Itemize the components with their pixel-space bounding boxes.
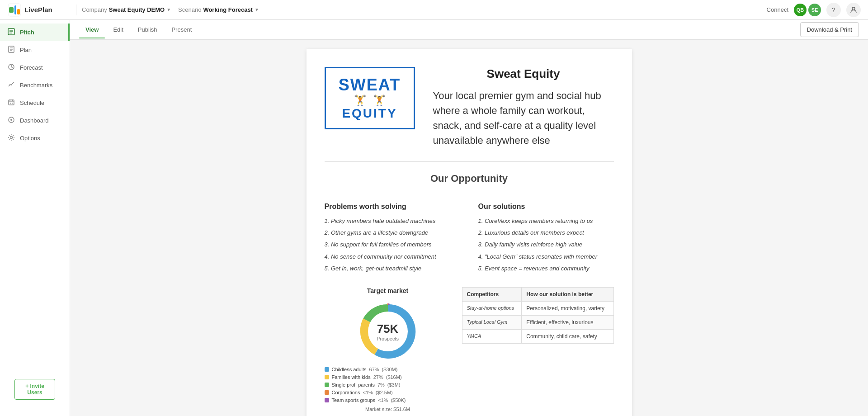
problem-1: 1. Picky members hate outdated machines: [325, 217, 460, 225]
sidebar-item-pitch[interactable]: Pitch: [0, 24, 70, 41]
competitor-solution-0: Personalized, motivating, variety: [522, 301, 613, 315]
plan-icon: [7, 46, 15, 54]
sidebar-item-plan[interactable]: Plan: [0, 41, 70, 59]
svg-rect-22: [12, 103, 13, 104]
company-selector[interactable]: Company Sweat Equity DEMO ▼: [82, 6, 171, 13]
user-profile-button[interactable]: [846, 3, 861, 17]
svg-rect-21: [10, 103, 11, 104]
forecast-icon: [7, 63, 15, 72]
sidebar-item-pitch-label: Pitch: [20, 29, 34, 36]
svg-point-5: [852, 7, 855, 10]
pitch-container: SWEAT 🏋 🏋 EQUITY Sweat Equity Your local…: [307, 49, 632, 416]
opportunity-heading: Our Opportunity: [307, 162, 632, 194]
quickbooks-avatar[interactable]: QB: [794, 4, 807, 16]
scenario-chevron-icon: ▼: [255, 7, 259, 12]
user-avatar[interactable]: SE: [808, 4, 821, 16]
legend-item-3: Corporations <1% ($2.5M): [325, 390, 451, 395]
legend-item-0: Childless adults 67% ($30M): [325, 367, 451, 372]
scenario-label: Scenario: [178, 6, 201, 13]
market-legend: Childless adults 67% ($30M) Families wit…: [325, 367, 451, 403]
competitors-table: Competitors How our solution is better S…: [462, 287, 614, 344]
company-tagline: Your local premier gym and social hub wh…: [433, 88, 614, 148]
solution-3: 3. Daily family visits reinforce high va…: [478, 241, 614, 249]
sweat-text: SWEAT: [339, 76, 401, 95]
sidebar: Pitch Plan Forecast Benchm: [0, 20, 70, 416]
scenario-selector[interactable]: Scenario Working Forecast ▼: [178, 6, 259, 13]
market-chart-area: Target market: [325, 287, 451, 412]
competitor-name-2: YMCA: [462, 329, 522, 343]
target-market-title: Target market: [325, 287, 451, 294]
svg-rect-3: [14, 5, 16, 14]
sidebar-item-schedule-label: Schedule: [20, 99, 44, 106]
legend-label-2: Single prof. parents: [332, 382, 375, 388]
legend-dot-4: [325, 398, 329, 402]
market-competitors-section: Target market: [325, 287, 614, 412]
legend-dot-2: [325, 383, 329, 387]
app-logo[interactable]: LivePlan: [7, 3, 71, 17]
svg-line-16: [11, 67, 13, 68]
solutions-title: Our solutions: [478, 203, 614, 211]
sidebar-item-plan-label: Plan: [20, 47, 32, 53]
svg-point-25: [10, 137, 13, 139]
sidebar-item-forecast[interactable]: Forecast: [0, 59, 70, 76]
svg-rect-4: [17, 9, 20, 14]
sidebar-item-options[interactable]: Options: [0, 129, 70, 147]
svg-point-24: [10, 119, 12, 121]
sidebar-item-benchmarks[interactable]: Benchmarks: [0, 76, 70, 94]
sidebar-item-dashboard-label: Dashboard: [20, 117, 49, 124]
hero-section: SWEAT 🏋 🏋 EQUITY Sweat Equity Your local…: [307, 49, 632, 161]
legend-amount-0: ($30M): [382, 367, 398, 372]
market-size-label: Market size: $51.6M: [325, 407, 451, 412]
legend-dot-0: [325, 367, 329, 372]
connect-label: Connect: [767, 6, 788, 13]
legend-amount-2: ($3M): [387, 382, 401, 388]
main-content: SWEAT 🏋 🏋 EQUITY Sweat Equity Your local…: [70, 40, 868, 416]
download-print-button[interactable]: Download & Print: [800, 22, 859, 37]
nav-right-area: Connect QB SE ?: [767, 3, 861, 17]
legend-pct-3: <1%: [363, 390, 373, 395]
pie-number: 75K: [377, 321, 399, 336]
svg-rect-17: [9, 100, 14, 105]
pie-sub-label: Prospects: [377, 336, 399, 341]
legend-pct-4: <1%: [378, 397, 388, 403]
sweat-equity-logo: SWEAT 🏋 🏋 EQUITY: [325, 67, 415, 129]
tab-edit[interactable]: Edit: [107, 21, 129, 38]
top-navigation: LivePlan Company Sweat Equity DEMO ▼ Sce…: [0, 0, 868, 20]
help-button[interactable]: ?: [826, 3, 841, 17]
legend-amount-1: ($16M): [386, 374, 402, 380]
logo-text: LivePlan: [24, 6, 52, 14]
invite-users-button[interactable]: + Invite Users: [14, 379, 55, 400]
legend-item-2: Single prof. parents 7% ($3M): [325, 382, 451, 388]
solution-1: 1. CoreVexx keeps members returning to u…: [478, 217, 614, 225]
sidebar-item-options-label: Options: [20, 135, 40, 142]
company-name: Sweat Equity DEMO: [109, 6, 165, 13]
legend-dot-1: [325, 375, 329, 379]
benchmarks-icon: [7, 81, 15, 90]
equity-text: EQUITY: [342, 106, 397, 121]
avatar-group[interactable]: QB SE: [794, 4, 821, 16]
legend-label-4: Team sports groups: [332, 397, 376, 403]
competitors-table-area: Competitors How our solution is better S…: [462, 287, 614, 412]
company-title: Sweat Equity: [433, 67, 614, 81]
competitors-col-header: Competitors: [462, 287, 522, 301]
competitor-row-2: YMCA Community, child care, safety: [462, 329, 613, 343]
dumbbell-row: 🏋 🏋: [354, 95, 386, 106]
tab-publish[interactable]: Publish: [132, 21, 164, 38]
scenario-name: Working Forecast: [203, 6, 253, 13]
pie-center-label: 75K Prospects: [377, 321, 399, 341]
company-logo-area: SWEAT 🏋 🏋 EQUITY: [325, 67, 415, 129]
legend-label-3: Corporations: [332, 390, 360, 395]
legend-amount-4: ($50K): [391, 397, 406, 403]
tab-view[interactable]: View: [79, 21, 105, 38]
legend-dot-3: [325, 390, 329, 395]
legend-pct-1: 27%: [373, 374, 383, 380]
competitor-name-1: Typical Local Gym: [462, 315, 522, 329]
solutions-column: Our solutions 1. CoreVexx keeps members …: [478, 203, 614, 276]
sidebar-item-schedule[interactable]: Schedule: [0, 94, 70, 112]
company-chevron-icon: ▼: [166, 7, 171, 12]
competitor-name-0: Stay-at-home options: [462, 301, 522, 315]
tab-present[interactable]: Present: [165, 21, 198, 38]
competitor-solution-1: Efficient, effective, luxurious: [522, 315, 613, 329]
sidebar-item-dashboard[interactable]: Dashboard: [0, 112, 70, 129]
svg-rect-2: [9, 7, 14, 13]
